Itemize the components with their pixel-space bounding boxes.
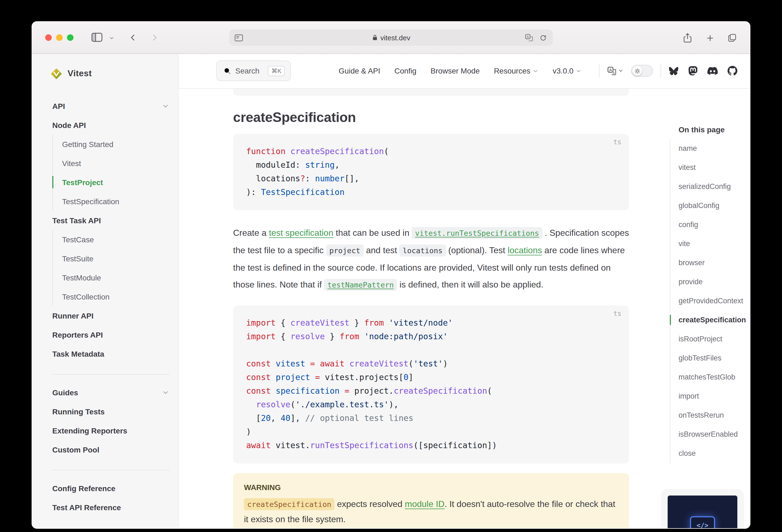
doc-link-module-id[interactable]: module ID	[405, 499, 445, 508]
outline-link-serializedconfig[interactable]: serializedConfig	[679, 177, 750, 196]
outline-list: namevitestserializedConfigglobalConfigco…	[679, 139, 750, 463]
outline-link-import[interactable]: import	[679, 387, 750, 406]
language-menu[interactable]: Aa	[607, 66, 624, 76]
sidebar-section-api[interactable]: API	[52, 96, 169, 115]
doc-link-test-specification[interactable]: test specification	[269, 228, 333, 238]
share-icon[interactable]	[683, 33, 692, 43]
outline-link-name[interactable]: name	[679, 139, 750, 158]
outline-link-globalconfig[interactable]: globalConfig	[679, 196, 750, 215]
chevron-down-icon[interactable]	[109, 35, 114, 41]
address-bar[interactable]: vitest.dev A	[229, 29, 553, 46]
lock-icon	[372, 34, 378, 41]
sidebar: Vitest APINode APIGetting StartedVitestT…	[32, 54, 179, 528]
sidebar-item-test-api-reference[interactable]: Test API Reference	[52, 498, 169, 517]
sidebar-item-runner-api[interactable]: Runner API	[52, 306, 169, 325]
code-block[interactable]: ts function createSpecification( moduleI…	[233, 134, 629, 210]
sidebar-item-custom-pool[interactable]: Custom Pool	[52, 440, 169, 459]
sidebar-item-testcollection[interactable]: TestCollection	[62, 287, 169, 306]
code-lang: ts	[613, 138, 621, 146]
search-label: Search	[235, 67, 259, 75]
discord-icon[interactable]	[707, 67, 718, 75]
translate-icon: Aa	[607, 66, 616, 76]
sidebar-item-running-tests[interactable]: Running Tests	[52, 402, 169, 421]
sidebar-item-testproject[interactable]: TestProject	[62, 173, 169, 192]
outline-link-matchestestglob[interactable]: matchesTestGlob	[679, 367, 750, 387]
minimize-button[interactable]	[56, 34, 63, 41]
close-button[interactable]	[45, 34, 52, 41]
sidebar-item-vitest[interactable]: Vitest	[62, 153, 169, 173]
inline-code: project	[326, 245, 364, 256]
translate-icon[interactable]: A	[525, 34, 533, 42]
outline-link-isbrowserenabled[interactable]: isBrowserEnabled	[679, 425, 750, 444]
browser-window: vitest.dev A	[32, 21, 750, 529]
new-tab-icon[interactable]	[706, 34, 714, 42]
outline-divider	[670, 139, 670, 463]
outline-link-isrootproject[interactable]: isRootProject	[679, 329, 750, 349]
sidebar-nav: APINode APIGetting StartedVitestTestProj…	[52, 96, 169, 517]
sidebar-item-node-api[interactable]: Node API	[52, 115, 169, 135]
sidebar-item-config-reference[interactable]: Config Reference	[52, 478, 169, 498]
doc-link-testnamepattern[interactable]: testNamePattern	[324, 279, 397, 291]
sidebar-item-testspecification[interactable]: TestSpecification	[62, 192, 169, 211]
sidebar-item-extending-reporters[interactable]: Extending Reporters	[52, 421, 169, 440]
outline-link-vitest[interactable]: vitest	[679, 158, 750, 177]
sponsor-ad[interactable]: </>	[661, 489, 744, 528]
outline-link-ontestsrerun[interactable]: onTestsRerun	[679, 406, 750, 425]
doc-paragraph: Create a test specification that can be …	[233, 224, 629, 293]
site-logo[interactable]: Vitest	[50, 58, 169, 89]
sidebar-group: Getting StartedVitestTestProjectTestSpec…	[52, 135, 169, 211]
reader-icon[interactable]	[235, 34, 243, 41]
sidebar-item-testsuite[interactable]: TestSuite	[62, 249, 169, 268]
outline-link-browser[interactable]: browser	[679, 253, 750, 272]
sidebar-item-test-task-api[interactable]: Test Task API	[52, 211, 169, 230]
sidebar-item-getting-started[interactable]: Getting Started	[62, 135, 169, 153]
github-icon[interactable]	[727, 66, 737, 76]
sidebar-item-reporters-api[interactable]: Reporters API	[52, 325, 169, 344]
outline-link-config[interactable]: config	[679, 215, 750, 234]
chevron-down-icon	[162, 102, 169, 110]
site-title: Vitest	[68, 69, 92, 78]
nav-link-browser-mode[interactable]: Browser Mode	[430, 67, 480, 75]
social-links	[669, 66, 737, 76]
browser-toolbar: vitest.dev A	[32, 21, 750, 54]
chevron-down-icon	[162, 389, 169, 396]
sidebar-toggle-icon[interactable]	[92, 33, 102, 42]
sidebar-divider	[52, 470, 169, 470]
sidebar-item-testmodule[interactable]: TestModule	[62, 268, 169, 287]
nav-link-guide-api[interactable]: Guide & API	[339, 67, 380, 75]
warning-title: WARNING	[244, 483, 618, 492]
search-icon	[223, 67, 231, 75]
search-button[interactable]: Search ⌘K	[216, 61, 290, 81]
bluesky-icon[interactable]	[669, 66, 679, 76]
zoom-button[interactable]	[67, 34, 73, 41]
divider	[661, 65, 661, 78]
outline-link-createspecification[interactable]: createSpecification	[679, 310, 750, 329]
url-text: vitest.dev	[380, 34, 410, 42]
desktop-background: vitest.dev A	[0, 0, 782, 532]
nav-link-resources[interactable]: Resources	[494, 67, 539, 75]
nav-link-config[interactable]: Config	[394, 67, 416, 75]
reload-icon[interactable]	[540, 34, 547, 41]
doc-link-locations[interactable]: locations	[507, 246, 542, 255]
vitest-logo-icon	[50, 67, 63, 80]
outline-link-close[interactable]: close	[679, 444, 750, 463]
back-icon[interactable]	[129, 33, 137, 42]
sidebar-item-testcase[interactable]: TestCase	[62, 230, 169, 249]
forward-icon[interactable]	[150, 33, 159, 42]
nav-link-v3-0-0[interactable]: v3.0.0	[553, 67, 581, 75]
code-block[interactable]: ts import { createVitest } from 'vitest/…	[233, 306, 629, 463]
outline-link-provide[interactable]: provide	[679, 272, 750, 291]
doc-link-vitest-runtestspecifications[interactable]: vitest.runTestSpecifications	[412, 227, 542, 239]
outline-link-globtestfiles[interactable]: globTestFiles	[679, 349, 750, 367]
svg-text:A: A	[609, 68, 612, 72]
outline-link-getprovidedcontext[interactable]: getProvidedContext	[679, 291, 750, 310]
code-lang: ts	[613, 310, 621, 317]
warning-body: createSpecification expects resolved mod…	[244, 497, 618, 527]
mastodon-icon[interactable]	[688, 66, 698, 76]
page-body: Vitest APINode APIGetting StartedVitestT…	[32, 54, 750, 528]
outline-link-vite[interactable]: vite	[679, 234, 750, 253]
theme-toggle[interactable]	[631, 65, 653, 77]
sidebar-item-task-metadata[interactable]: Task Metadata	[52, 344, 169, 363]
sidebar-section-guides[interactable]: Guides	[52, 383, 169, 402]
tabs-overview-icon[interactable]	[727, 33, 737, 42]
